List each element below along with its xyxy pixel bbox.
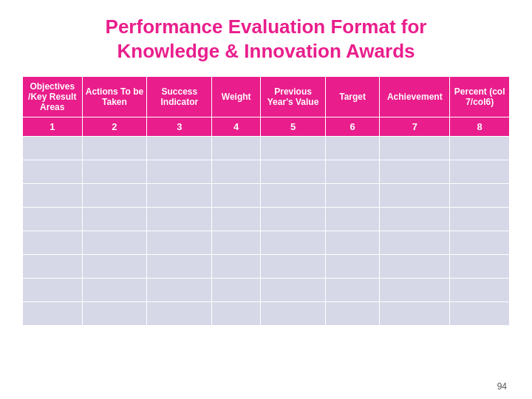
table-row <box>23 279 510 302</box>
data-cell-r5-c4 <box>212 231 261 255</box>
table-row <box>23 231 510 255</box>
data-cell-r7-c8 <box>450 279 510 302</box>
page-number: 94 <box>22 381 510 392</box>
data-cell-r7-c5 <box>261 279 326 302</box>
data-cell-r1-c3 <box>147 137 212 160</box>
data-cell-r4-c6 <box>326 208 380 231</box>
data-cell-r3-c2 <box>82 184 147 208</box>
data-cell-r1-c5 <box>261 137 326 160</box>
data-cell-r5-c7 <box>380 231 450 255</box>
col-header-7: Achievement <box>380 77 450 117</box>
title-line2: Knowledge & Innovation Awards <box>117 40 415 62</box>
data-cell-r6-c2 <box>82 255 147 279</box>
data-cell-r2-c4 <box>212 160 261 184</box>
main-table-wrapper: Objectives /Key Result Areas Actions To … <box>22 76 510 377</box>
data-cell-r1-c7 <box>380 137 450 160</box>
col-num-7: 7 <box>380 117 450 137</box>
data-cell-r8-c4 <box>212 302 261 326</box>
data-cell-r4-c8 <box>450 208 510 231</box>
data-cell-r7-c2 <box>82 279 147 302</box>
data-cell-r4-c4 <box>212 208 261 231</box>
data-cell-r6-c6 <box>326 255 380 279</box>
col-num-3: 3 <box>147 117 212 137</box>
data-cell-r1-c4 <box>212 137 261 160</box>
table-row <box>23 302 510 326</box>
data-cell-r3-c7 <box>380 184 450 208</box>
data-cell-r2-c1 <box>23 160 83 184</box>
table-row <box>23 208 510 231</box>
data-cell-r3-c6 <box>326 184 380 208</box>
data-cell-r3-c3 <box>147 184 212 208</box>
data-cell-r3-c5 <box>261 184 326 208</box>
data-cell-r5-c1 <box>23 231 83 255</box>
table-body <box>23 137 510 326</box>
data-cell-r8-c2 <box>82 302 147 326</box>
col-num-6: 6 <box>326 117 380 137</box>
data-cell-r6-c5 <box>261 255 326 279</box>
data-cell-r7-c7 <box>380 279 450 302</box>
data-cell-r2-c7 <box>380 160 450 184</box>
data-cell-r3-c8 <box>450 184 510 208</box>
col-header-3: Success Indicator <box>147 77 212 117</box>
data-cell-r5-c5 <box>261 231 326 255</box>
data-cell-r4-c5 <box>261 208 326 231</box>
data-cell-r8-c8 <box>450 302 510 326</box>
data-cell-r5-c6 <box>326 231 380 255</box>
data-cell-r7-c3 <box>147 279 212 302</box>
col-header-1: Objectives /Key Result Areas <box>23 77 83 117</box>
data-cell-r1-c2 <box>82 137 147 160</box>
data-cell-r8-c7 <box>380 302 450 326</box>
data-cell-r6-c8 <box>450 255 510 279</box>
table-row <box>23 184 510 208</box>
col-num-8: 8 <box>450 117 510 137</box>
header-row: Objectives /Key Result Areas Actions To … <box>23 77 510 117</box>
data-cell-r6-c3 <box>147 255 212 279</box>
data-cell-r6-c7 <box>380 255 450 279</box>
col-header-2: Actions To be Taken <box>82 77 147 117</box>
data-cell-r2-c2 <box>82 160 147 184</box>
col-header-5: Previous Year's Value <box>261 77 326 117</box>
data-cell-r1-c6 <box>326 137 380 160</box>
col-num-5: 5 <box>261 117 326 137</box>
data-cell-r5-c3 <box>147 231 212 255</box>
data-cell-r4-c7 <box>380 208 450 231</box>
table-row <box>23 137 510 160</box>
data-cell-r8-c1 <box>23 302 83 326</box>
data-cell-r4-c2 <box>82 208 147 231</box>
data-cell-r2-c3 <box>147 160 212 184</box>
evaluation-table: Objectives /Key Result Areas Actions To … <box>22 76 510 326</box>
data-cell-r4-c3 <box>147 208 212 231</box>
data-cell-r6-c1 <box>23 255 83 279</box>
data-cell-r8-c3 <box>147 302 212 326</box>
table-row <box>23 255 510 279</box>
data-cell-r1-c8 <box>450 137 510 160</box>
data-cell-r5-c8 <box>450 231 510 255</box>
col-num-4: 4 <box>212 117 261 137</box>
data-cell-r8-c5 <box>261 302 326 326</box>
data-cell-r2-c6 <box>326 160 380 184</box>
title-line1: Performance Evaluation Format for <box>106 16 427 38</box>
data-cell-r3-c1 <box>23 184 83 208</box>
data-cell-r5-c2 <box>82 231 147 255</box>
number-row: 1 2 3 4 5 6 7 8 <box>23 117 510 137</box>
data-cell-r2-c5 <box>261 160 326 184</box>
data-cell-r6-c4 <box>212 255 261 279</box>
data-cell-r7-c1 <box>23 279 83 302</box>
table-row <box>23 160 510 184</box>
data-cell-r1-c1 <box>23 137 83 160</box>
data-cell-r2-c8 <box>450 160 510 184</box>
col-header-4: Weight <box>212 77 261 117</box>
data-cell-r7-c6 <box>326 279 380 302</box>
col-num-2: 2 <box>82 117 147 137</box>
data-cell-r4-c1 <box>23 208 83 231</box>
col-header-6: Target <box>326 77 380 117</box>
data-cell-r7-c4 <box>212 279 261 302</box>
page-title: Performance Evaluation Format for Knowle… <box>106 15 427 63</box>
data-cell-r3-c4 <box>212 184 261 208</box>
col-header-8: Percent (col 7/col6) <box>450 77 510 117</box>
col-num-1: 1 <box>23 117 83 137</box>
data-cell-r8-c6 <box>326 302 380 326</box>
